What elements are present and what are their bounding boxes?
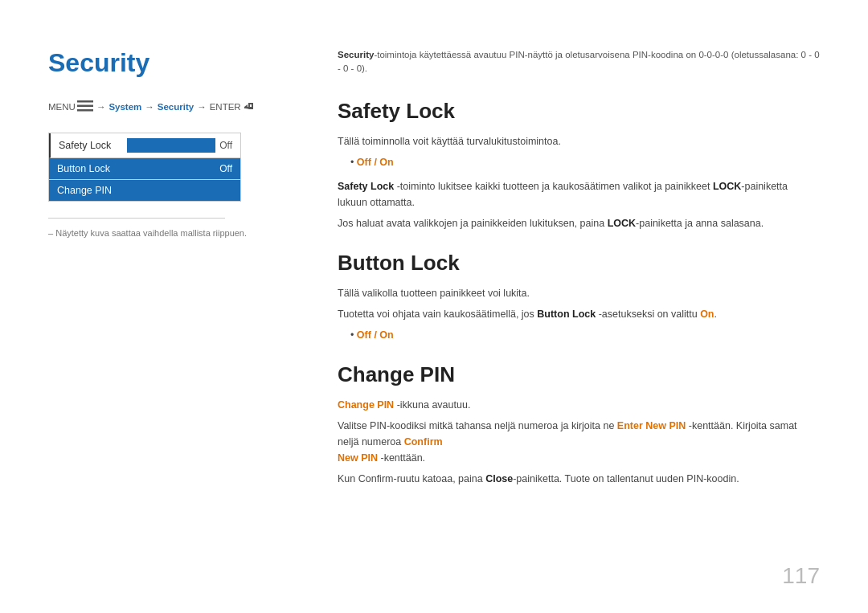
safety-lock-bullets: Off / On [350, 154, 820, 170]
change-pin-desc1: Change PIN -ikkuna avautuu. [338, 397, 820, 413]
change-pin-label: Change PIN [57, 185, 121, 196]
menu-path: MENU → System → Security → ENTER [48, 100, 273, 113]
button-lock-value: Off [219, 163, 232, 174]
right-panel: Security-toimintoja käytettäessä avautuu… [305, 48, 820, 581]
security-label: Security [158, 102, 194, 112]
footnote: Näytetty kuva saattaa vaihdella mallista… [48, 228, 273, 238]
button-lock-bullet1: Off / On [350, 327, 820, 343]
svg-rect-2 [77, 109, 93, 112]
change-pin-section: Change PIN Change PIN -ikkuna avautuu. V… [338, 362, 820, 487]
svg-marker-5 [244, 104, 248, 109]
svg-rect-4 [249, 104, 252, 108]
top-note: Security-toimintoja käytettäessä avautuu… [338, 48, 820, 76]
change-pin-desc2: Valitse PIN-koodiksi mitkä tahansa neljä… [338, 418, 820, 466]
safety-lock-value: Off [219, 140, 232, 151]
enter-icon [243, 100, 256, 113]
button-lock-desc1: Tällä valikolla tuotteen painikkeet voi … [338, 285, 820, 301]
button-lock-label: Button Lock [57, 163, 121, 174]
change-pin-title: Change PIN [338, 362, 820, 387]
button-lock-desc2: Tuotetta voi ohjata vain kaukosäätimellä… [338, 306, 820, 322]
page-title: Security [48, 48, 273, 78]
enter-label: ENTER [210, 102, 241, 112]
menu-icon-container [77, 100, 93, 113]
menu-label: MENU [48, 102, 76, 112]
button-lock-bullets: Off / On [350, 327, 820, 343]
divider [48, 218, 225, 219]
safety-lock-desc3: Jos haluat avata valikkojen ja painikkei… [338, 215, 820, 231]
change-pin-desc3: Kun Confirm-ruutu katoaa, paina Close-pa… [338, 471, 820, 487]
safety-lock-desc2: Safety Lock -toiminto lukitsee kaikki tu… [338, 178, 820, 210]
button-lock-title: Button Lock [338, 251, 820, 276]
system-label: System [108, 102, 141, 112]
arrow3: → [197, 102, 207, 112]
button-lock-item[interactable]: Button Lock Off [49, 158, 240, 180]
safety-lock-section: Safety Lock Tällä toiminnolla voit käytt… [338, 99, 820, 231]
button-lock-section: Button Lock Tällä valikolla tuotteen pai… [338, 251, 820, 343]
menu-icon [77, 100, 93, 112]
safety-lock-desc1: Tällä toiminnolla voit käyttää turvaluki… [338, 133, 820, 149]
left-panel: Security MENU → System → Security → ENTE… [48, 48, 305, 581]
safety-lock-bullet1: Off / On [350, 154, 820, 170]
svg-rect-1 [77, 105, 93, 108]
safety-lock-label: Safety Lock [59, 140, 123, 151]
top-note-bold: Security [338, 50, 374, 59]
change-pin-item[interactable]: Change PIN [49, 180, 240, 201]
svg-rect-0 [77, 100, 93, 103]
safety-lock-bar [127, 138, 215, 153]
page-number: 117 [782, 563, 820, 589]
safety-lock-title: Safety Lock [338, 99, 820, 124]
arrow1: → [96, 102, 106, 112]
arrow2: → [145, 102, 154, 112]
menu-list: Safety Lock Off Button Lock Off Change P… [48, 133, 241, 202]
safety-lock-item[interactable]: Safety Lock Off [49, 133, 240, 158]
